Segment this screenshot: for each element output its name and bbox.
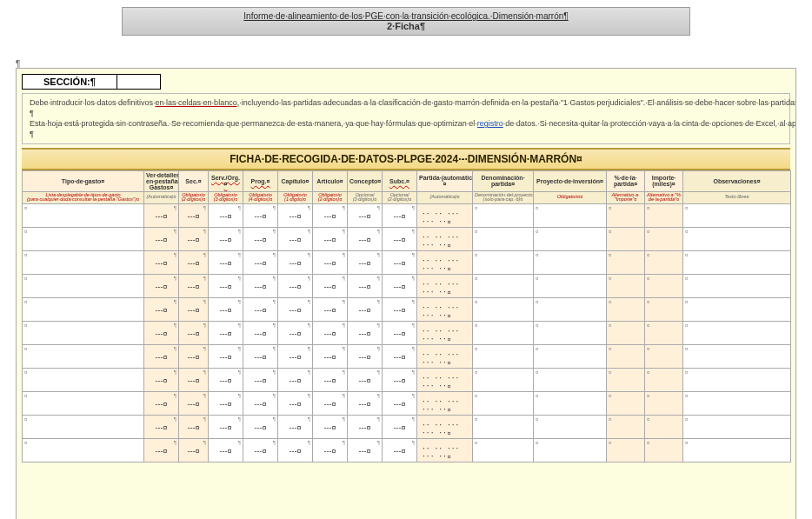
cell-pct[interactable]: ¤ — [607, 391, 645, 415]
cell-part[interactable]: ·· ·· ··· ··· ··¤ — [417, 227, 473, 250]
cell-obs[interactable]: ¤ — [683, 321, 791, 344]
cell-subc[interactable]: ¶---¤ — [383, 321, 417, 344]
cell-subc[interactable]: ¶---¤ — [383, 274, 417, 297]
cell-subc[interactable]: ¶---¤ — [383, 368, 417, 391]
cell-den[interactable]: ¤ — [473, 297, 534, 321]
cell-obs[interactable]: ¤ — [683, 250, 791, 274]
cell-obs[interactable]: ¤ — [683, 415, 791, 438]
cell-imp[interactable]: ¤ — [645, 297, 683, 321]
cell-cap[interactable]: ¶---¤ — [278, 391, 313, 415]
cell-pct[interactable]: ¤ — [607, 227, 645, 250]
cell-subc[interactable]: ¶---¤ — [383, 297, 417, 321]
cell-pct[interactable]: ¤ — [607, 344, 645, 368]
cell-subc[interactable]: ¶---¤ — [383, 250, 417, 274]
cell-ver[interactable]: ¶---¤ — [144, 203, 179, 227]
cell-tipo[interactable]: ¤ — [23, 274, 144, 297]
cell-pct[interactable]: ¤ — [607, 368, 645, 391]
cell-serv[interactable]: ¶---¤ — [209, 415, 243, 438]
cell-obs[interactable]: ¤ — [683, 368, 791, 391]
cell-serv[interactable]: ¶---¤ — [209, 321, 243, 344]
cell-tipo[interactable]: ¤ — [23, 438, 144, 462]
cell-proy[interactable]: ¤ — [534, 321, 607, 344]
cell-conc[interactable]: ¶---¤ — [348, 274, 383, 297]
cell-art[interactable]: ¶---¤ — [313, 391, 348, 415]
cell-part[interactable]: ·· ·· ··· ··· ··¤ — [417, 344, 473, 368]
cell-ver[interactable]: ¶---¤ — [144, 274, 179, 297]
cell-cap[interactable]: ¶---¤ — [278, 274, 313, 297]
cell-art[interactable]: ¶---¤ — [313, 250, 348, 274]
cell-serv[interactable]: ¶---¤ — [209, 274, 243, 297]
cell-cap[interactable]: ¶---¤ — [278, 203, 313, 227]
cell-conc[interactable]: ¶---¤ — [348, 297, 383, 321]
cell-sec[interactable]: ¶---¤ — [179, 274, 209, 297]
cell-cap[interactable]: ¶---¤ — [278, 368, 313, 391]
cell-proy[interactable]: ¤ — [534, 250, 607, 274]
cell-den[interactable]: ¤ — [473, 274, 534, 297]
cell-art[interactable]: ¶---¤ — [313, 344, 348, 368]
cell-proy[interactable]: ¤ — [534, 274, 607, 297]
cell-conc[interactable]: ¶---¤ — [348, 250, 383, 274]
cell-tipo[interactable]: ¤ — [23, 368, 144, 391]
cell-obs[interactable]: ¤ — [683, 227, 791, 250]
cell-imp[interactable]: ¤ — [645, 415, 683, 438]
cell-obs[interactable]: ¤ — [683, 203, 791, 227]
cell-part[interactable]: ·· ·· ··· ··· ··¤ — [417, 250, 473, 274]
cell-part[interactable]: ·· ·· ··· ··· ··¤ — [417, 297, 473, 321]
cell-prog[interactable]: ¶---¤ — [243, 297, 278, 321]
cell-prog[interactable]: ¶---¤ — [243, 368, 278, 391]
cell-cap[interactable]: ¶---¤ — [278, 227, 313, 250]
cell-art[interactable]: ¶---¤ — [313, 297, 348, 321]
cell-prog[interactable]: ¶---¤ — [243, 250, 278, 274]
cell-den[interactable]: ¤ — [473, 415, 534, 438]
cell-tipo[interactable]: ¤ — [23, 344, 144, 368]
cell-sec[interactable]: ¶---¤ — [179, 321, 209, 344]
cell-conc[interactable]: ¶---¤ — [348, 344, 383, 368]
cell-sec[interactable]: ¶---¤ — [179, 415, 209, 438]
cell-obs[interactable]: ¤ — [683, 391, 791, 415]
cell-prog[interactable]: ¶---¤ — [243, 203, 278, 227]
cell-ver[interactable]: ¶---¤ — [144, 368, 179, 391]
cell-ver[interactable]: ¶---¤ — [144, 250, 179, 274]
cell-proy[interactable]: ¤ — [534, 227, 607, 250]
cell-conc[interactable]: ¶---¤ — [348, 227, 383, 250]
cell-imp[interactable]: ¤ — [645, 203, 683, 227]
cell-part[interactable]: ·· ·· ··· ··· ··¤ — [417, 438, 473, 462]
cell-den[interactable]: ¤ — [473, 391, 534, 415]
cell-part[interactable]: ·· ·· ··· ··· ··¤ — [417, 391, 473, 415]
cell-prog[interactable]: ¶---¤ — [243, 438, 278, 462]
cell-imp[interactable]: ¤ — [645, 391, 683, 415]
cell-sec[interactable]: ¶---¤ — [179, 438, 209, 462]
cell-imp[interactable]: ¤ — [645, 321, 683, 344]
cell-den[interactable]: ¤ — [473, 250, 534, 274]
cell-sec[interactable]: ¶---¤ — [179, 203, 209, 227]
cell-imp[interactable]: ¤ — [645, 368, 683, 391]
cell-den[interactable]: ¤ — [473, 321, 534, 344]
cell-serv[interactable]: ¶---¤ — [209, 250, 243, 274]
cell-art[interactable]: ¶---¤ — [313, 438, 348, 462]
cell-prog[interactable]: ¶---¤ — [243, 391, 278, 415]
cell-part[interactable]: ·· ·· ··· ··· ··¤ — [417, 321, 473, 344]
cell-pct[interactable]: ¤ — [607, 250, 645, 274]
cell-proy[interactable]: ¤ — [534, 438, 607, 462]
cell-pct[interactable]: ¤ — [607, 438, 645, 462]
cell-tipo[interactable]: ¤ — [23, 415, 144, 438]
cell-tipo[interactable]: ¤ — [23, 391, 144, 415]
cell-ver[interactable]: ¶---¤ — [144, 321, 179, 344]
cell-conc[interactable]: ¶---¤ — [348, 391, 383, 415]
cell-ver[interactable]: ¶---¤ — [144, 344, 179, 368]
cell-serv[interactable]: ¶---¤ — [209, 438, 243, 462]
cell-sec[interactable]: ¶---¤ — [179, 250, 209, 274]
cell-subc[interactable]: ¶---¤ — [383, 344, 417, 368]
cell-ver[interactable]: ¶---¤ — [144, 297, 179, 321]
cell-tipo[interactable]: ¤ — [23, 227, 144, 250]
cell-conc[interactable]: ¶---¤ — [348, 321, 383, 344]
cell-ver[interactable]: ¶---¤ — [144, 438, 179, 462]
cell-sec[interactable]: ¶---¤ — [179, 391, 209, 415]
cell-prog[interactable]: ¶---¤ — [243, 274, 278, 297]
cell-art[interactable]: ¶---¤ — [313, 227, 348, 250]
cell-part[interactable]: ·· ·· ··· ··· ··¤ — [417, 368, 473, 391]
cell-serv[interactable]: ¶---¤ — [209, 391, 243, 415]
cell-imp[interactable]: ¤ — [645, 344, 683, 368]
cell-proy[interactable]: ¤ — [534, 368, 607, 391]
cell-subc[interactable]: ¶---¤ — [383, 438, 417, 462]
